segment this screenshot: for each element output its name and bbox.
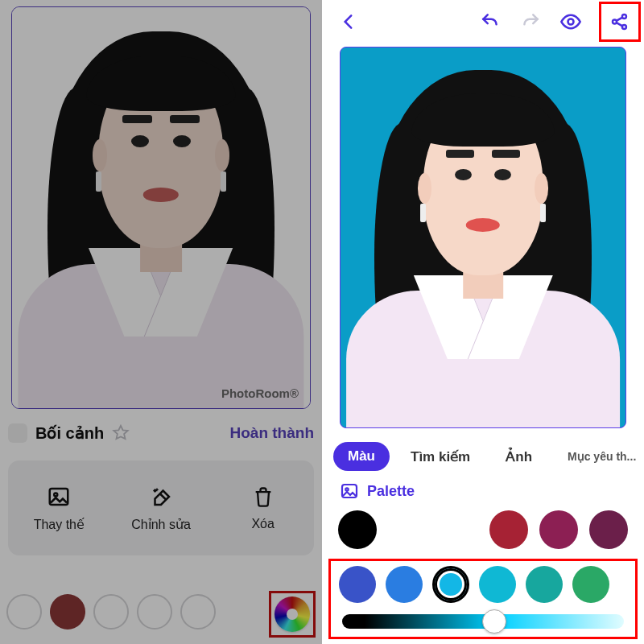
swatch-empty[interactable] [93, 594, 129, 630]
svg-point-2 [568, 19, 574, 25]
color-indigo[interactable] [339, 566, 376, 603]
tab-favorites[interactable]: Mục yêu th... [553, 444, 644, 469]
subject-portrait [12, 7, 310, 408]
done-button[interactable]: Hoàn thành [230, 424, 315, 442]
color-black[interactable] [338, 510, 377, 549]
preview-eye-button[interactable] [554, 5, 588, 39]
svg-point-7 [345, 488, 348, 490]
color-crimson[interactable] [489, 510, 528, 549]
tab-color[interactable]: Màu [333, 442, 390, 471]
color-teal[interactable] [479, 566, 516, 603]
color-magenta-dark[interactable] [539, 510, 578, 549]
subject-portrait [341, 47, 625, 427]
color-blue[interactable] [386, 566, 423, 603]
watermark-text: PhotoRoom® [221, 386, 299, 400]
background-checkbox[interactable] [8, 423, 27, 443]
photo-preview-blue-bg[interactable] [340, 47, 626, 428]
editor-right-pane: Màu Tìm kiếm Ảnh Mục yêu th... Palette [322, 0, 644, 644]
highlight-colorwheel [269, 591, 316, 638]
color-cyan-selected[interactable] [432, 566, 469, 603]
swatch-empty[interactable] [180, 594, 216, 630]
star-outline-icon[interactable] [112, 424, 130, 442]
palette-label: Palette [367, 483, 415, 500]
trash-icon [251, 485, 275, 509]
photo-preview-white-bg[interactable]: PhotoRoom® [11, 6, 311, 409]
tab-search[interactable]: Tìm kiếm [396, 442, 485, 472]
undo-button[interactable] [473, 5, 507, 39]
sparkle-eraser-icon [149, 485, 173, 509]
delete-button[interactable]: Xóa [212, 485, 314, 531]
image-icon [47, 485, 71, 509]
background-tabs: Màu Tìm kiếm Ảnh Mục yêu th... [330, 438, 636, 475]
palette-icon [340, 481, 359, 501]
colorwheel-icon[interactable] [275, 597, 310, 632]
share-button[interactable] [603, 5, 637, 39]
swatch-empty[interactable] [137, 594, 172, 630]
replace-button[interactable]: Thay thế [8, 485, 110, 532]
svg-point-3 [613, 20, 617, 24]
color-sea-green[interactable] [526, 566, 563, 603]
color-green[interactable] [572, 566, 609, 603]
svg-point-1 [55, 493, 58, 496]
swatch-empty[interactable] [6, 594, 42, 630]
tab-image[interactable]: Ảnh [491, 442, 547, 472]
section-title: Bối cảnh [35, 423, 104, 443]
slider-thumb[interactable] [482, 609, 506, 634]
tool-label: Thay thế [34, 517, 85, 532]
color-plum[interactable] [589, 510, 628, 549]
editor-left-pane: PhotoRoom® Bối cảnh Hoàn thành Thay thế [0, 0, 322, 644]
back-button[interactable] [332, 5, 365, 39]
edit-button[interactable]: Chỉnh sửa [110, 485, 213, 532]
swatch-red[interactable] [50, 594, 85, 630]
svg-point-4 [622, 14, 626, 19]
palette-row-2 [339, 566, 627, 603]
palette-header[interactable]: Palette [340, 481, 415, 501]
brightness-slider[interactable] [339, 609, 627, 634]
highlight-share [599, 2, 641, 42]
tool-label: Xóa [251, 517, 274, 531]
redo-button[interactable] [514, 5, 547, 39]
palette-row-1 [338, 510, 628, 549]
highlight-color-row [328, 559, 638, 639]
svg-point-5 [622, 25, 626, 29]
tool-label: Chỉnh sửa [131, 517, 191, 532]
tool-row: Thay thế Chỉnh sửa Xóa [8, 460, 314, 555]
top-toolbar [322, 0, 644, 43]
